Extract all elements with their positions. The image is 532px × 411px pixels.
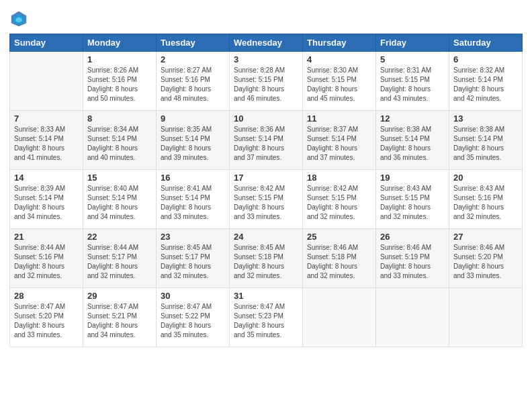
sunset-text: Sunset: 5:21 PM [87, 312, 152, 321]
day-info: Sunrise: 8:30 AMSunset: 5:15 PMDaylight:… [307, 66, 371, 103]
calendar-cell: 5Sunrise: 8:31 AMSunset: 5:15 PMDaylight… [376, 52, 449, 111]
sunset-text: Sunset: 5:22 PM [161, 312, 225, 321]
day-number: 6 [453, 54, 518, 64]
sunset-text: Sunset: 5:16 PM [453, 193, 518, 203]
calendar-cell: 1Sunrise: 8:26 AMSunset: 5:16 PMDaylight… [83, 52, 157, 111]
day-info: Sunrise: 8:27 AMSunset: 5:16 PMDaylight:… [161, 66, 225, 103]
calendar-cell [303, 288, 376, 347]
day-info: Sunrise: 8:43 AMSunset: 5:16 PMDaylight:… [453, 184, 518, 222]
sunset-text: Sunset: 5:14 PM [87, 193, 152, 203]
sunrise-text: Sunrise: 8:47 AM [87, 302, 152, 312]
day-info: Sunrise: 8:46 AMSunset: 5:20 PMDaylight:… [453, 243, 518, 281]
calendar-cell: 23Sunrise: 8:45 AMSunset: 5:17 PMDayligh… [157, 229, 230, 288]
calendar-cell: 21Sunrise: 8:44 AMSunset: 5:16 PMDayligh… [10, 229, 83, 288]
calendar-cell: 9Sunrise: 8:35 AMSunset: 5:14 PMDaylight… [157, 111, 230, 170]
sunrise-text: Sunrise: 8:40 AM [87, 184, 152, 193]
sunrise-text: Sunrise: 8:38 AM [453, 125, 518, 134]
calendar-cell: 6Sunrise: 8:32 AMSunset: 5:14 PMDaylight… [449, 52, 523, 111]
calendar-cell [10, 52, 83, 111]
day-number: 15 [87, 173, 152, 183]
sunrise-text: Sunrise: 8:37 AM [307, 125, 371, 134]
day-info: Sunrise: 8:42 AMSunset: 5:15 PMDaylight:… [234, 184, 298, 222]
day-info: Sunrise: 8:38 AMSunset: 5:14 PMDaylight:… [453, 125, 518, 163]
daylight-text: Daylight: 8 hoursand 34 minutes. [87, 203, 152, 222]
calendar-cell: 29Sunrise: 8:47 AMSunset: 5:21 PMDayligh… [83, 288, 157, 347]
sunset-text: Sunset: 5:14 PM [14, 193, 79, 203]
calendar-cell: 26Sunrise: 8:46 AMSunset: 5:19 PMDayligh… [376, 229, 449, 288]
day-info: Sunrise: 8:26 AMSunset: 5:16 PMDaylight:… [87, 66, 152, 103]
daylight-text: Daylight: 8 hoursand 40 minutes. [87, 144, 152, 163]
calendar-table: SundayMondayTuesdayWednesdayThursdayFrid… [9, 34, 523, 347]
sunrise-text: Sunrise: 8:44 AM [87, 243, 152, 253]
daylight-text: Daylight: 8 hoursand 36 minutes. [380, 144, 445, 163]
daylight-text: Daylight: 8 hoursand 42 minutes. [453, 85, 518, 103]
week-row-1: 7Sunrise: 8:33 AMSunset: 5:14 PMDaylight… [10, 111, 523, 170]
sunset-text: Sunset: 5:15 PM [234, 193, 298, 203]
day-number: 4 [307, 54, 371, 64]
day-number: 31 [234, 291, 298, 301]
day-number: 12 [380, 113, 445, 124]
daylight-text: Daylight: 8 hoursand 32 minutes. [161, 262, 225, 281]
day-number: 28 [14, 291, 79, 301]
daylight-text: Daylight: 8 hoursand 35 minutes. [161, 321, 225, 340]
sunset-text: Sunset: 5:15 PM [234, 75, 298, 85]
col-header-saturday: Saturday [449, 34, 523, 52]
col-header-thursday: Thursday [303, 34, 376, 52]
calendar-cell: 12Sunrise: 8:38 AMSunset: 5:14 PMDayligh… [376, 111, 449, 170]
day-info: Sunrise: 8:44 AMSunset: 5:17 PMDaylight:… [87, 243, 152, 281]
day-info: Sunrise: 8:47 AMSunset: 5:20 PMDaylight:… [14, 302, 79, 340]
sunset-text: Sunset: 5:14 PM [161, 193, 225, 203]
sunrise-text: Sunrise: 8:46 AM [307, 243, 371, 253]
daylight-text: Daylight: 8 hoursand 32 minutes. [87, 262, 152, 281]
sunrise-text: Sunrise: 8:31 AM [380, 66, 445, 75]
day-number: 14 [14, 173, 79, 183]
daylight-text: Daylight: 8 hoursand 33 minutes. [14, 321, 79, 340]
daylight-text: Daylight: 8 hoursand 34 minutes. [87, 321, 152, 340]
col-header-sunday: Sunday [10, 34, 83, 52]
calendar-cell: 25Sunrise: 8:46 AMSunset: 5:18 PMDayligh… [303, 229, 376, 288]
sunrise-text: Sunrise: 8:45 AM [234, 243, 298, 253]
day-number: 11 [307, 113, 371, 124]
sunrise-text: Sunrise: 8:38 AM [380, 125, 445, 134]
daylight-text: Daylight: 8 hoursand 33 minutes. [234, 203, 298, 222]
day-info: Sunrise: 8:37 AMSunset: 5:14 PMDaylight:… [307, 125, 371, 163]
logo-icon [9, 9, 28, 28]
sunset-text: Sunset: 5:14 PM [307, 134, 371, 144]
sunrise-text: Sunrise: 8:47 AM [161, 302, 225, 312]
day-info: Sunrise: 8:45 AMSunset: 5:18 PMDaylight:… [234, 243, 298, 281]
sunset-text: Sunset: 5:23 PM [234, 312, 298, 321]
logo [9, 9, 31, 28]
day-number: 7 [14, 113, 79, 124]
sunset-text: Sunset: 5:14 PM [14, 134, 79, 144]
day-info: Sunrise: 8:32 AMSunset: 5:14 PMDaylight:… [453, 66, 518, 103]
day-info: Sunrise: 8:33 AMSunset: 5:14 PMDaylight:… [14, 125, 79, 163]
day-info: Sunrise: 8:44 AMSunset: 5:16 PMDaylight:… [14, 243, 79, 281]
sunset-text: Sunset: 5:15 PM [307, 75, 371, 85]
day-number: 2 [161, 54, 225, 64]
daylight-text: Daylight: 8 hoursand 43 minutes. [380, 85, 445, 103]
sunrise-text: Sunrise: 8:30 AM [307, 66, 371, 75]
sunrise-text: Sunrise: 8:43 AM [453, 184, 518, 193]
sunset-text: Sunset: 5:16 PM [14, 253, 79, 262]
day-number: 1 [87, 54, 152, 64]
daylight-text: Daylight: 8 hoursand 46 minutes. [234, 85, 298, 103]
daylight-text: Daylight: 8 hoursand 45 minutes. [307, 85, 371, 103]
calendar-cell: 18Sunrise: 8:42 AMSunset: 5:15 PMDayligh… [303, 170, 376, 229]
daylight-text: Daylight: 8 hoursand 33 minutes. [453, 262, 518, 281]
daylight-text: Daylight: 8 hoursand 50 minutes. [87, 85, 152, 103]
sunset-text: Sunset: 5:18 PM [234, 253, 298, 262]
day-number: 30 [161, 291, 225, 301]
sunrise-text: Sunrise: 8:28 AM [234, 66, 298, 75]
sunset-text: Sunset: 5:15 PM [380, 193, 445, 203]
sunrise-text: Sunrise: 8:42 AM [234, 184, 298, 193]
daylight-text: Daylight: 8 hoursand 34 minutes. [14, 203, 79, 222]
calendar-cell: 20Sunrise: 8:43 AMSunset: 5:16 PMDayligh… [449, 170, 523, 229]
sunrise-text: Sunrise: 8:45 AM [161, 243, 225, 253]
calendar-cell: 13Sunrise: 8:38 AMSunset: 5:14 PMDayligh… [449, 111, 523, 170]
day-info: Sunrise: 8:46 AMSunset: 5:19 PMDaylight:… [380, 243, 445, 281]
day-number: 20 [453, 173, 518, 183]
daylight-text: Daylight: 8 hoursand 33 minutes. [161, 203, 225, 222]
sunset-text: Sunset: 5:17 PM [87, 253, 152, 262]
calendar-cell: 2Sunrise: 8:27 AMSunset: 5:16 PMDaylight… [157, 52, 230, 111]
sunrise-text: Sunrise: 8:36 AM [234, 125, 298, 134]
